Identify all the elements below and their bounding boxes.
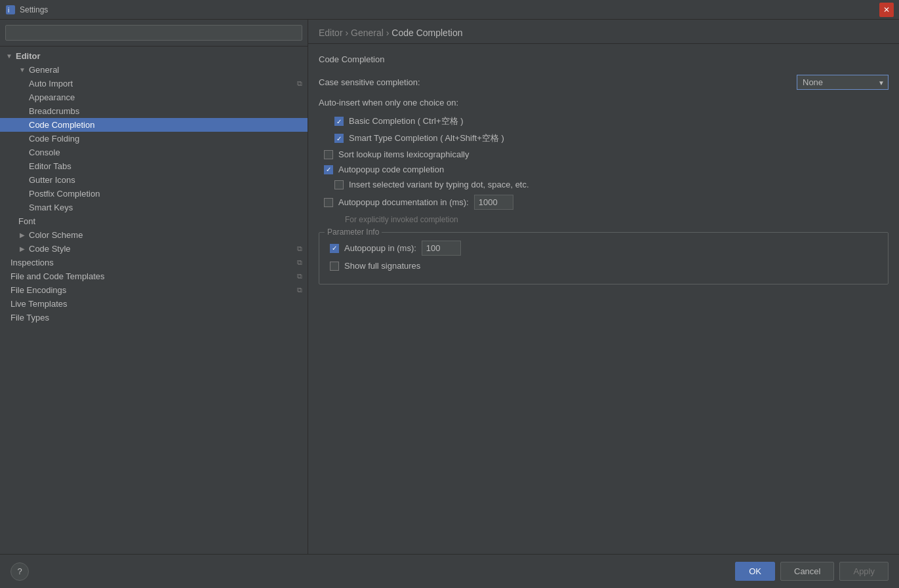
sidebar-item-label: Code Style <box>29 244 71 254</box>
case-sensitive-select[interactable]: None All First letter <box>797 75 889 90</box>
autopopup-doc-checkbox[interactable] <box>324 198 333 207</box>
autopopup-code-checkbox[interactable] <box>324 165 333 174</box>
breadcrumb-sep2: › <box>384 28 391 38</box>
app-icon: i <box>5 5 16 15</box>
show-full-sig-checkbox[interactable] <box>330 262 339 271</box>
autopopup-ms-input[interactable] <box>422 241 461 256</box>
autopopup-doc-row[interactable]: Autopopup documentation in (ms): <box>319 195 889 210</box>
search-input[interactable] <box>5 25 302 41</box>
case-sensitive-label: Case sensitive completion: <box>319 77 797 87</box>
basic-completion-checkbox[interactable] <box>334 117 344 126</box>
smart-type-completion-row[interactable]: Smart Type Completion ( Alt+Shift+空格 ) <box>319 132 889 144</box>
sidebar-item-label: Code Completion <box>29 120 94 130</box>
smart-type-completion-checkbox[interactable] <box>334 134 344 143</box>
sidebar-item-color-scheme[interactable]: ▶ Color Scheme <box>0 228 308 242</box>
expand-arrow: ▶ <box>18 231 26 239</box>
sidebar-item-label: Postfix Completion <box>29 189 100 199</box>
sort-lookup-checkbox[interactable] <box>324 150 333 159</box>
bottom-bar: ? OK Cancel Apply <box>0 554 899 588</box>
sidebar-item-gutter-icons[interactable]: Gutter Icons <box>0 173 308 187</box>
sidebar-item-label: Editor Tabs <box>29 161 71 171</box>
sidebar: ▼ Editor ▼ General Auto Import ⧉ Appeara… <box>0 20 308 554</box>
sidebar-item-file-encodings[interactable]: File Encodings ⧉ <box>0 283 308 297</box>
dialog-container: ▼ Editor ▼ General Auto Import ⧉ Appeara… <box>0 20 899 554</box>
expand-arrow: ▼ <box>18 66 26 74</box>
sidebar-item-label: Font <box>18 216 35 226</box>
sidebar-item-auto-import[interactable]: Auto Import ⧉ <box>0 77 308 90</box>
breadcrumb-sep1: › <box>343 28 351 38</box>
breadcrumb-part3: Code Completion <box>391 28 462 38</box>
sidebar-item-label: General <box>29 65 59 75</box>
title-bar: i Settings ✕ <box>0 0 899 20</box>
sidebar-item-label: Code Folding <box>29 134 79 144</box>
copy-icon: ⧉ <box>297 245 302 253</box>
auto-insert-label: Auto-insert when only one choice on: <box>319 98 889 108</box>
insert-selected-checkbox[interactable] <box>334 180 344 189</box>
ok-button[interactable]: OK <box>735 562 775 581</box>
basic-completion-row[interactable]: Basic Completion ( Ctrl+空格 ) <box>319 115 889 127</box>
sidebar-item-label: Breadcrumbs <box>29 106 79 116</box>
sidebar-item-postfix-completion[interactable]: Postfix Completion <box>0 187 308 201</box>
insert-selected-row[interactable]: Insert selected variant by typing dot, s… <box>319 180 889 189</box>
sidebar-item-file-code-templates[interactable]: File and Code Templates ⧉ <box>0 269 308 283</box>
sidebar-tree: ▼ Editor ▼ General Auto Import ⧉ Appeara… <box>0 47 308 554</box>
sidebar-item-font[interactable]: Font <box>0 214 308 228</box>
for-explicit-hint: For explicitly invoked completion <box>319 215 889 224</box>
sidebar-item-code-style[interactable]: ▶ Code Style ⧉ <box>0 242 308 256</box>
sort-lookup-label: Sort lookup items lexicographically <box>338 149 469 159</box>
sort-lookup-row[interactable]: Sort lookup items lexicographically <box>319 149 889 159</box>
sidebar-item-breadcrumbs[interactable]: Breadcrumbs <box>0 104 308 118</box>
sidebar-item-appearance[interactable]: Appearance <box>0 90 308 104</box>
autopopup-ms-label: Autopopup in (ms): <box>344 243 416 253</box>
sidebar-item-inspections[interactable]: Inspections ⧉ <box>0 256 308 269</box>
svg-text:i: i <box>8 7 9 14</box>
apply-button[interactable]: Apply <box>839 562 889 581</box>
breadcrumb-part2: General <box>351 28 384 38</box>
sidebar-item-console[interactable]: Console <box>0 146 308 159</box>
copy-icon: ⧉ <box>297 286 302 294</box>
sidebar-item-general[interactable]: ▼ General <box>0 63 308 77</box>
section-title: Code Completion <box>319 54 889 64</box>
content-area: Editor › General › Code Completion Code … <box>308 20 899 554</box>
sidebar-item-editor-tabs[interactable]: Editor Tabs <box>0 159 308 173</box>
show-full-sig-row[interactable]: Show full signatures <box>327 261 880 271</box>
sidebar-item-label: Appearance <box>29 92 75 102</box>
autopopup-doc-label: Autopopup documentation in (ms): <box>338 197 469 207</box>
sidebar-item-code-completion[interactable]: Code Completion <box>0 118 308 132</box>
sidebar-item-label: File Encodings <box>10 285 66 295</box>
expand-arrow: ▼ <box>5 52 13 60</box>
parameter-info-title: Parameter Info <box>325 227 382 237</box>
expand-arrow: ▶ <box>18 245 26 253</box>
autopopup-doc-input[interactable] <box>474 195 513 210</box>
sidebar-item-label: Smart Keys <box>29 203 73 212</box>
autopopup-ms-checkbox[interactable] <box>330 244 339 253</box>
auto-insert-label-row: Auto-insert when only one choice on: <box>319 98 889 108</box>
sidebar-item-live-templates[interactable]: Live Templates <box>0 297 308 311</box>
case-sensitive-row: Case sensitive completion: None All Firs… <box>319 75 889 90</box>
sidebar-item-file-types[interactable]: File Types <box>0 311 308 324</box>
copy-icon: ⧉ <box>297 258 302 267</box>
content-body: Code Completion Case sensitive completio… <box>308 44 899 554</box>
sidebar-item-label: Gutter Icons <box>29 175 75 185</box>
copy-icon: ⧉ <box>297 272 302 281</box>
parameter-info-group: Parameter Info Autopopup in (ms): Show f… <box>319 232 889 284</box>
sidebar-item-label: Console <box>29 147 60 157</box>
autopopup-ms-row[interactable]: Autopopup in (ms): <box>327 241 880 256</box>
breadcrumb-part1: Editor <box>319 28 343 38</box>
cancel-button[interactable]: Cancel <box>780 562 834 581</box>
copy-icon: ⧉ <box>297 79 302 88</box>
basic-completion-label: Basic Completion ( Ctrl+空格 ) <box>349 115 463 127</box>
sidebar-item-label: Editor <box>16 51 41 61</box>
sidebar-item-editor[interactable]: ▼ Editor <box>0 49 308 63</box>
sidebar-item-smart-keys[interactable]: Smart Keys <box>0 201 308 214</box>
close-button[interactable]: ✕ <box>879 3 894 17</box>
search-box <box>0 20 308 47</box>
sidebar-item-code-folding[interactable]: Code Folding <box>0 132 308 146</box>
sidebar-item-label: Auto Import <box>29 79 73 88</box>
help-button[interactable]: ? <box>10 562 29 581</box>
sidebar-item-label: Live Templates <box>10 299 67 309</box>
smart-type-completion-label: Smart Type Completion ( Alt+Shift+空格 ) <box>349 132 504 144</box>
sidebar-item-label: Inspections <box>10 258 54 267</box>
autopopup-code-row[interactable]: Autopopup code completion <box>319 165 889 174</box>
breadcrumb: Editor › General › Code Completion <box>308 20 899 44</box>
